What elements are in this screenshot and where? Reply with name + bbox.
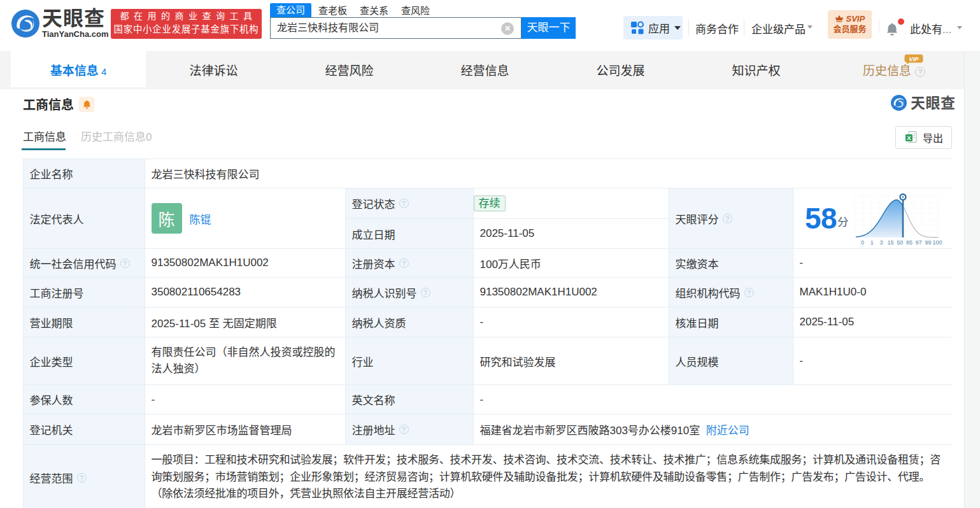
svg-text:0: 0 bbox=[861, 239, 864, 246]
svg-text:1: 1 bbox=[870, 239, 874, 246]
svg-text:99: 99 bbox=[925, 239, 931, 246]
svg-text:100: 100 bbox=[933, 239, 942, 246]
svg-text:3: 3 bbox=[879, 239, 883, 246]
svg-text:15: 15 bbox=[888, 239, 894, 246]
svg-text:X: X bbox=[907, 134, 911, 141]
svg-text:50: 50 bbox=[897, 239, 903, 246]
svg-text:85: 85 bbox=[906, 239, 913, 246]
svg-text:VIP: VIP bbox=[909, 55, 919, 62]
svg-text:97: 97 bbox=[916, 239, 922, 246]
